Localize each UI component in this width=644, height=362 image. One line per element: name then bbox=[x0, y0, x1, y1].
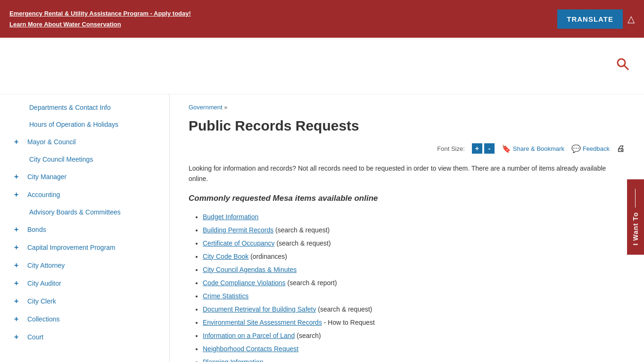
top-banner: Emergency Rental & Utility Assistance Pr… bbox=[0, 0, 644, 38]
sidebar-label-11[interactable]: City Clerk bbox=[27, 297, 56, 305]
record-link-7[interactable]: Document Retrieval for Building Safety bbox=[203, 305, 316, 313]
link-suffix-7: (search & request) bbox=[316, 305, 372, 313]
body-text: Looking for information and records? Not… bbox=[189, 163, 625, 184]
content-toolbar: Font Size: + - 🔖 Share & Bookmark 💬 Feed… bbox=[189, 143, 625, 154]
list-item-11: Planning Information bbox=[203, 355, 625, 362]
i-want-to-label: I Want To bbox=[632, 212, 639, 245]
record-link-9[interactable]: Information on a Parcel of Land bbox=[203, 332, 295, 339]
record-link-6[interactable]: Crime Statistics bbox=[203, 292, 248, 300]
font-decrease-button[interactable]: - bbox=[484, 143, 495, 154]
sidebar-item-2[interactable]: +Mayor & Council bbox=[0, 133, 169, 151]
print-button[interactable]: 🖨 bbox=[617, 144, 625, 154]
sidebar-item-4[interactable]: +City Manager bbox=[0, 168, 169, 186]
record-link-4[interactable]: City Council Agendas & Minutes bbox=[203, 266, 297, 273]
list-item-0: Budget Information bbox=[203, 210, 625, 223]
sidebar-item-6[interactable]: Advisory Boards & Committees bbox=[0, 204, 169, 221]
expand-icon-4: + bbox=[14, 173, 22, 181]
main-content: Government » Public Records Requests Fon… bbox=[170, 94, 644, 362]
list-item-4: City Council Agendas & Minutes bbox=[203, 263, 625, 276]
record-link-5[interactable]: Code Compliance Violations bbox=[203, 279, 286, 287]
link-suffix-1: (search & request) bbox=[273, 226, 330, 234]
record-link-0[interactable]: Budget Information bbox=[203, 213, 258, 221]
list-item-2: Certificate of Occupancy (search & reque… bbox=[203, 237, 625, 250]
banner-links: Emergency Rental & Utility Assistance Pr… bbox=[9, 10, 191, 28]
sidebar-label-13[interactable]: Court bbox=[27, 333, 43, 341]
record-link-2[interactable]: Certificate of Occupancy bbox=[203, 239, 275, 247]
sidebar-label-9[interactable]: City Attorney bbox=[27, 262, 65, 269]
sidebar-item-13[interactable]: +Court bbox=[0, 328, 169, 346]
list-item-5: Code Compliance Violations (search & rep… bbox=[203, 276, 625, 289]
breadcrumb-separator: » bbox=[224, 104, 227, 111]
sidebar-item-12[interactable]: +Collections bbox=[0, 310, 169, 328]
breadcrumb-parent[interactable]: Government bbox=[189, 104, 223, 111]
translate-button[interactable]: TRANSLATE bbox=[557, 9, 623, 29]
sidebar-label-3[interactable]: City Council Meetings bbox=[29, 156, 93, 163]
expand-icon-2: + bbox=[14, 138, 22, 146]
font-size-label: Font Size: bbox=[437, 145, 465, 152]
page-title: Public Records Requests bbox=[189, 118, 625, 134]
sidebar-label-0[interactable]: Departments & Contact Info bbox=[29, 104, 111, 111]
sidebar-label-1[interactable]: Hours of Operation & Holidays bbox=[29, 121, 118, 128]
list-item-9: Information on a Parcel of Land (search) bbox=[203, 329, 625, 342]
record-link-3[interactable]: City Code Book bbox=[203, 253, 248, 260]
sidebar-label-5[interactable]: Accounting bbox=[27, 191, 60, 198]
search-icon bbox=[616, 57, 630, 71]
sidebar-item-1[interactable]: Hours of Operation & Holidays bbox=[0, 116, 169, 133]
sidebar-label-6[interactable]: Advisory Boards & Committees bbox=[29, 208, 121, 216]
font-size-controls: + - bbox=[472, 143, 495, 154]
sidebar-label-2[interactable]: Mayor & Council bbox=[27, 138, 76, 146]
links-list: Budget InformationBuilding Permit Record… bbox=[189, 210, 625, 362]
banner-right: TRANSLATE △ bbox=[557, 9, 635, 29]
list-item-10: Neighborhood Contacts Request bbox=[203, 342, 625, 355]
sidebar-item-9[interactable]: +City Attorney bbox=[0, 256, 169, 274]
i-want-to-divider bbox=[636, 189, 636, 207]
sidebar-label-10[interactable]: City Auditor bbox=[27, 280, 61, 287]
expand-icon-9: + bbox=[14, 261, 22, 270]
expand-icon-7: + bbox=[14, 225, 22, 234]
link-suffix-8: - How to Request bbox=[322, 319, 375, 326]
link-suffix-3: (ordinances) bbox=[248, 253, 287, 260]
list-item-6: Crime Statistics bbox=[203, 289, 625, 303]
record-link-10[interactable]: Neighborhood Contacts Request bbox=[203, 345, 298, 353]
share-bookmark-link[interactable]: 🔖 Share & Bookmark bbox=[502, 144, 564, 153]
section-heading: Commonly requested Mesa items available … bbox=[189, 194, 625, 203]
svg-line-1 bbox=[624, 66, 628, 70]
expand-icon-13: + bbox=[14, 333, 22, 341]
sidebar-item-11[interactable]: +City Clerk bbox=[0, 292, 169, 310]
sidebar-label-12[interactable]: Collections bbox=[27, 315, 59, 323]
expand-icon-5: + bbox=[14, 190, 22, 199]
svg-point-0 bbox=[618, 59, 625, 66]
record-link-8[interactable]: Environmental Site Assessment Records bbox=[203, 319, 322, 326]
sidebar-label-4[interactable]: City Manager bbox=[27, 173, 66, 181]
expand-icon-10: + bbox=[14, 279, 22, 288]
feedback-link[interactable]: 💬 Feedback bbox=[571, 144, 610, 153]
feedback-label: Feedback bbox=[583, 145, 610, 152]
record-link-1[interactable]: Building Permit Records bbox=[203, 226, 273, 234]
sidebar-item-8[interactable]: +Capital Improvement Program bbox=[0, 239, 169, 256]
share-label: Share & Bookmark bbox=[513, 145, 564, 152]
breadcrumb: Government » bbox=[189, 104, 625, 111]
sidebar-item-5[interactable]: +Accounting bbox=[0, 186, 169, 204]
record-link-11[interactable]: Planning Information bbox=[203, 358, 263, 362]
sidebar-item-0[interactable]: Departments & Contact Info bbox=[0, 99, 169, 116]
search-button[interactable] bbox=[616, 57, 630, 74]
list-item-7: Document Retrieval for Building Safety (… bbox=[203, 303, 625, 316]
sidebar-label-8[interactable]: Capital Improvement Program bbox=[27, 244, 116, 251]
sidebar-item-7[interactable]: +Bonds bbox=[0, 221, 169, 239]
list-item-8: Environmental Site Assessment Records - … bbox=[203, 316, 625, 329]
header bbox=[0, 38, 644, 94]
sidebar-label-7[interactable]: Bonds bbox=[27, 226, 46, 233]
expand-icon-12: + bbox=[14, 315, 22, 323]
list-item-3: City Code Book (ordinances) bbox=[203, 250, 625, 263]
expand-icon-8: + bbox=[14, 243, 22, 252]
sidebar-item-10[interactable]: +City Auditor bbox=[0, 274, 169, 292]
water-conservation-link[interactable]: Learn More About Water Conservation bbox=[9, 21, 191, 28]
i-want-to-panel[interactable]: I Want To bbox=[627, 179, 644, 255]
font-increase-button[interactable]: + bbox=[472, 143, 482, 154]
emergency-link[interactable]: Emergency Rental & Utility Assistance Pr… bbox=[9, 10, 191, 17]
collapse-icon[interactable]: △ bbox=[627, 13, 635, 25]
share-icon: 🔖 bbox=[502, 144, 511, 153]
sidebar-item-3[interactable]: City Council Meetings bbox=[0, 151, 169, 168]
list-item-1: Building Permit Records (search & reques… bbox=[203, 223, 625, 237]
sidebar: Departments & Contact InfoHours of Opera… bbox=[0, 94, 170, 362]
